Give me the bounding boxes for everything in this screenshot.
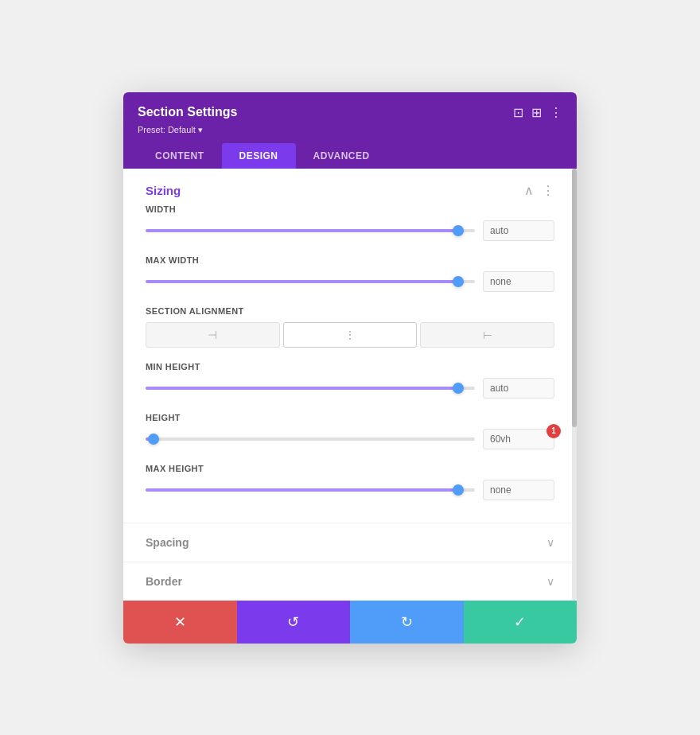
max-height-slider-track bbox=[146, 488, 475, 492]
align-left-icon: ⊣ bbox=[208, 329, 217, 341]
height-slider-container bbox=[146, 438, 475, 441]
tab-design[interactable]: Design bbox=[222, 143, 296, 169]
min-height-input[interactable] bbox=[483, 378, 554, 399]
max-width-label: Max Width bbox=[146, 255, 554, 265]
width-label: Width bbox=[146, 204, 554, 214]
height-slider-track bbox=[146, 438, 475, 441]
redo-icon: ↻ bbox=[401, 613, 413, 631]
spacing-section[interactable]: Spacing ∨ bbox=[123, 523, 577, 562]
border-title: Border bbox=[146, 575, 182, 588]
min-height-slider-fill bbox=[146, 387, 458, 390]
height-input[interactable] bbox=[483, 429, 554, 449]
width-slider-row bbox=[146, 220, 554, 241]
min-height-row: Min Height bbox=[146, 362, 554, 399]
width-slider-fill bbox=[146, 229, 458, 232]
cancel-icon: ✕ bbox=[174, 613, 186, 631]
section-alignment-row: Section Alignment ⊣ ⋮ ⊢ bbox=[146, 306, 554, 348]
max-height-input[interactable] bbox=[483, 480, 554, 500]
max-width-row: Max Width bbox=[146, 255, 554, 292]
max-width-slider-thumb[interactable] bbox=[453, 276, 464, 287]
width-slider-thumb[interactable] bbox=[453, 225, 464, 236]
sizing-section-header: Sizing ∧ ⋮ bbox=[123, 169, 577, 204]
undo-icon: ↺ bbox=[287, 613, 299, 631]
panel-header: Section Settings ⊡ ⊞ ⋮ Preset: Default ▾… bbox=[123, 92, 577, 169]
cancel-button[interactable]: ✕ bbox=[123, 601, 237, 644]
max-height-slider-fill bbox=[146, 488, 458, 492]
screenshot-icon[interactable]: ⊡ bbox=[513, 105, 523, 120]
min-height-label: Min Height bbox=[146, 362, 554, 371]
height-slider-thumb[interactable] bbox=[148, 434, 159, 445]
align-left-btn[interactable]: ⊣ bbox=[146, 322, 280, 348]
save-icon: ✓ bbox=[514, 613, 526, 631]
tab-content[interactable]: Content bbox=[138, 143, 222, 169]
panel-preset: Preset: Default ▾ bbox=[138, 125, 562, 135]
undo-button[interactable]: ↺ bbox=[237, 601, 351, 644]
save-button[interactable]: ✓ bbox=[464, 601, 578, 644]
max-height-row: Max Height bbox=[146, 464, 554, 500]
max-width-input[interactable] bbox=[483, 271, 554, 292]
min-height-slider-track bbox=[146, 387, 475, 390]
min-height-slider-thumb[interactable] bbox=[453, 383, 464, 394]
max-width-slider-row bbox=[146, 271, 554, 292]
height-label: Height bbox=[146, 413, 554, 422]
header-icons: ⊡ ⊞ ⋮ bbox=[513, 105, 562, 120]
sizing-collapse-icon[interactable]: ∧ bbox=[524, 183, 534, 198]
alignment-buttons: ⊣ ⋮ ⊢ bbox=[146, 322, 554, 348]
height-badge: 1 bbox=[546, 424, 561, 438]
tab-advanced[interactable]: Advanced bbox=[296, 143, 387, 169]
width-slider-track bbox=[146, 229, 475, 232]
height-row: Height 1 bbox=[146, 413, 554, 449]
align-right-icon: ⊢ bbox=[483, 329, 492, 341]
section-settings-panel: Section Settings ⊡ ⊞ ⋮ Preset: Default ▾… bbox=[123, 92, 577, 644]
spacing-chevron-icon: ∨ bbox=[546, 536, 554, 549]
sizing-fields: Width Max Width bbox=[123, 204, 577, 523]
width-slider-container bbox=[146, 229, 475, 232]
sizing-menu-icon[interactable]: ⋮ bbox=[542, 183, 554, 198]
max-height-label: Max Height bbox=[146, 464, 554, 473]
panel-title: Section Settings bbox=[138, 105, 237, 119]
header-top: Section Settings ⊡ ⊞ ⋮ bbox=[138, 105, 562, 120]
width-input[interactable] bbox=[483, 220, 554, 241]
redo-button[interactable]: ↻ bbox=[350, 601, 464, 644]
max-width-slider-track bbox=[146, 280, 475, 283]
height-slider-row: 1 bbox=[146, 429, 554, 449]
min-height-slider-container bbox=[146, 387, 475, 390]
grid-icon[interactable]: ⊞ bbox=[531, 105, 542, 120]
panel-footer: ✕ ↺ ↻ ✓ bbox=[123, 601, 577, 644]
panel-body: Sizing ∧ ⋮ Width bbox=[123, 169, 577, 601]
border-section[interactable]: Border ∨ bbox=[123, 562, 577, 601]
sizing-controls: ∧ ⋮ bbox=[524, 183, 554, 198]
max-height-slider-row bbox=[146, 480, 554, 500]
scrollbar-thumb[interactable] bbox=[572, 169, 577, 428]
scrollbar-track[interactable] bbox=[572, 169, 577, 601]
width-row: Width bbox=[146, 204, 554, 241]
max-width-slider-fill bbox=[146, 280, 458, 283]
border-chevron-icon: ∨ bbox=[546, 575, 554, 588]
max-width-slider-container bbox=[146, 280, 475, 283]
align-center-btn[interactable]: ⋮ bbox=[283, 322, 418, 348]
max-height-slider-container bbox=[146, 488, 475, 492]
panel-body-inner: Sizing ∧ ⋮ Width bbox=[123, 169, 577, 601]
height-input-wrapper: 1 bbox=[483, 429, 554, 449]
tabs-bar: Content Design Advanced bbox=[138, 143, 562, 169]
more-icon[interactable]: ⋮ bbox=[550, 105, 562, 120]
align-right-btn[interactable]: ⊢ bbox=[420, 322, 554, 348]
align-center-icon: ⋮ bbox=[344, 329, 356, 341]
sizing-title: Sizing bbox=[146, 184, 181, 197]
spacing-title: Spacing bbox=[146, 536, 189, 549]
section-alignment-label: Section Alignment bbox=[146, 306, 554, 316]
max-height-slider-thumb[interactable] bbox=[453, 484, 464, 496]
min-height-slider-row bbox=[146, 378, 554, 399]
